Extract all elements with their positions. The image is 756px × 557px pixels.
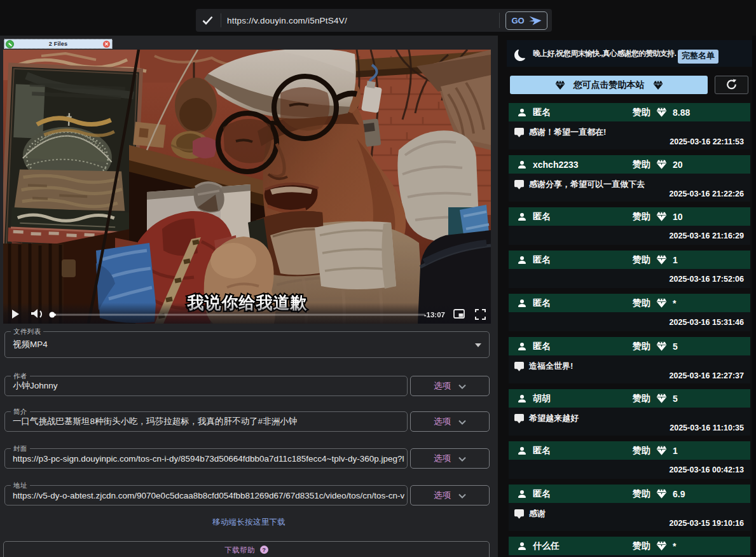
svg-text:?: ? xyxy=(263,547,266,553)
svg-text:-13:07: -13:07 xyxy=(424,311,445,319)
